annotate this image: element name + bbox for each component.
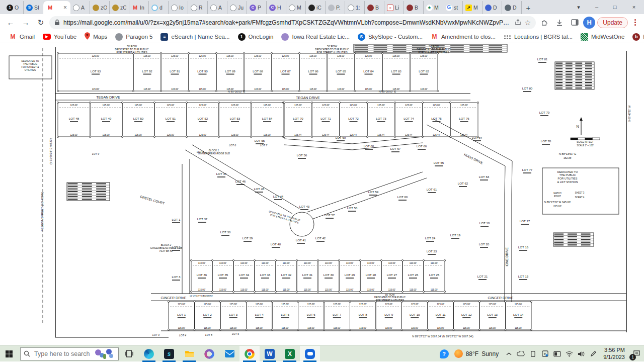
- tab-close-icon[interactable]: ×: [63, 5, 67, 11]
- bookmark-item[interactable]: ▶YouTube: [39, 33, 80, 41]
- taskbar-search[interactable]: [20, 347, 119, 360]
- tab[interactable]: M: [286, 1, 306, 14]
- svg-text:LOT 64: LOT 64: [472, 136, 482, 139]
- tab[interactable]: Ju: [227, 1, 247, 14]
- bookmark-item[interactable]: Paragon 5: [111, 32, 156, 42]
- svg-text:LOT 9: LOT 9: [384, 313, 393, 316]
- minimize-button[interactable]: –: [588, 0, 606, 14]
- bookmark-item[interactable]: SSkySlope - Custom...: [354, 32, 427, 42]
- tab[interactable]: d: [149, 1, 169, 14]
- taskbar-app-chrome[interactable]: [239, 346, 260, 362]
- tab[interactable]: zO: [110, 1, 129, 14]
- chevron-up-icon[interactable]: [503, 346, 515, 362]
- display-icon[interactable]: [551, 346, 563, 362]
- taskbar-app-word[interactable]: W: [260, 346, 280, 362]
- url-text[interactable]: https://mail.google.com/mail/u/0/?zx=xg2…: [63, 19, 511, 26]
- e-app-icon[interactable]: e: [539, 346, 551, 362]
- close-button[interactable]: ×: [624, 0, 644, 14]
- wifi-icon[interactable]: [563, 346, 575, 362]
- notification-center-icon[interactable]: 1: [629, 346, 644, 362]
- phone-icon[interactable]: [527, 346, 539, 362]
- tab[interactable]: P.: [326, 1, 345, 14]
- taskbar-app-edge[interactable]: [139, 346, 159, 362]
- maps-pin-icon: [85, 32, 90, 42]
- tab[interactable]: ≡Li: [384, 1, 404, 14]
- maximize-button[interactable]: □: [606, 0, 624, 14]
- new-tab-button[interactable]: +: [522, 1, 535, 14]
- help-icon[interactable]: ?: [438, 346, 450, 362]
- tab[interactable]: 1:: [345, 1, 365, 14]
- tab[interactable]: A: [208, 1, 227, 14]
- bookmark-item[interactable]: MAmendment to clos...: [427, 32, 500, 42]
- bookmark-label: MidWestOne: [591, 34, 624, 40]
- tab[interactable]: B: [404, 1, 424, 14]
- tab[interactable]: CH: [267, 1, 286, 14]
- tab[interactable]: ♠M: [424, 1, 443, 14]
- svg-text:125.00': 125.00': [515, 303, 522, 306]
- browser-menu-icon[interactable]: [630, 19, 640, 26]
- taskbar-app-excel[interactable]: X: [280, 346, 300, 362]
- bookmark-item[interactable]: bBeacon: [628, 32, 644, 42]
- taskbar-app-mail[interactable]: [219, 346, 239, 362]
- svg-text:125.00': 125.00': [199, 134, 207, 136]
- svg-text:115.00': 115.00': [304, 289, 311, 291]
- tab[interactable]: zO: [90, 1, 110, 14]
- forward-button[interactable]: →: [19, 16, 32, 29]
- side-panel-icon[interactable]: [568, 16, 581, 29]
- tab[interactable]: Gst: [443, 1, 463, 14]
- extensions-puzzle-icon[interactable]: [538, 16, 551, 29]
- gmail-favicon: M: [47, 5, 53, 11]
- svg-text:50' ROW: 50' ROW: [327, 45, 337, 48]
- tab[interactable]: 1O: [4, 1, 24, 14]
- tab[interactable]: ↗M: [463, 1, 482, 14]
- tab[interactable]: B: [365, 1, 384, 14]
- svg-text:115.00': 115.00': [198, 289, 206, 291]
- tab[interactable]: A: [70, 1, 90, 14]
- back-button[interactable]: ←: [4, 16, 17, 29]
- tab[interactable]: D: [502, 1, 522, 14]
- search-input[interactable]: [33, 350, 91, 358]
- taskbar-app-office[interactable]: [199, 346, 219, 362]
- start-button[interactable]: [0, 346, 18, 362]
- bookmark-star-icon[interactable]: ☆: [525, 19, 531, 27]
- onedrive-icon[interactable]: [515, 346, 527, 362]
- tab[interactable]: R: [188, 1, 208, 14]
- tab[interactable]: Io: [169, 1, 188, 14]
- svg-text:LOT 62: LOT 62: [458, 182, 468, 185]
- tab-active-gmail[interactable]: M×: [43, 1, 70, 14]
- tab[interactable]: SSI: [24, 1, 43, 14]
- tab-search-chevron-icon[interactable]: ▾: [570, 0, 588, 14]
- taskbar-app-file-explorer[interactable]: [179, 346, 199, 362]
- bookmark-item[interactable]: Maps: [80, 31, 111, 43]
- tab[interactable]: iC: [306, 1, 326, 14]
- bookmark-item[interactable]: MGmail: [5, 32, 39, 42]
- bookmark-item[interactable]: Iowa Real Estate Lic...: [277, 32, 353, 42]
- svg-text:(N 01°30'34" E 408.33'): (N 01°30'34" E 408.33'): [49, 138, 52, 164]
- profile-avatar[interactable]: H: [583, 17, 595, 29]
- tab[interactable]: MIn: [129, 1, 149, 14]
- bookmark-item[interactable]: ≡eSearch | Name Sea...: [156, 32, 233, 42]
- taskbar-app-skyslope-app[interactable]: s: [159, 346, 179, 362]
- svg-text:125.44': 125.44': [377, 134, 385, 136]
- reload-button[interactable]: ↻: [34, 16, 47, 29]
- download-icon[interactable]: [553, 16, 566, 29]
- bookmark-item[interactable]: 1OneLogin: [234, 32, 278, 42]
- chrome-update-button[interactable]: Update: [597, 17, 628, 28]
- svg-text:110.00': 110.00': [346, 262, 354, 264]
- tab[interactable]: CP: [247, 1, 267, 14]
- pen-icon[interactable]: [587, 346, 599, 362]
- weather-widget[interactable]: 88°F Sunny: [450, 349, 503, 358]
- svg-text:125.00': 125.00': [178, 303, 185, 306]
- svg-text:110.00': 110.00': [198, 262, 206, 264]
- svg-text:125.00': 125.00': [433, 104, 440, 107]
- bookmark-item[interactable]: Locations | BGRS tal...: [500, 32, 577, 42]
- taskbar-clock[interactable]: 3:56 PM 9/1/2023: [599, 347, 629, 361]
- svg-text:115.00': 115.00': [254, 88, 262, 90]
- address-bar[interactable]: https://mail.google.com/mail/u/0/?zx=xg2…: [49, 16, 536, 29]
- taskbar-app-paragon[interactable]: [300, 346, 320, 362]
- volume-icon[interactable]: [575, 346, 587, 362]
- share-icon[interactable]: [515, 19, 521, 26]
- taskbar-app-task-view[interactable]: [119, 346, 139, 362]
- tab[interactable]: D: [482, 1, 502, 14]
- bookmark-item[interactable]: MidWestOne: [577, 32, 628, 42]
